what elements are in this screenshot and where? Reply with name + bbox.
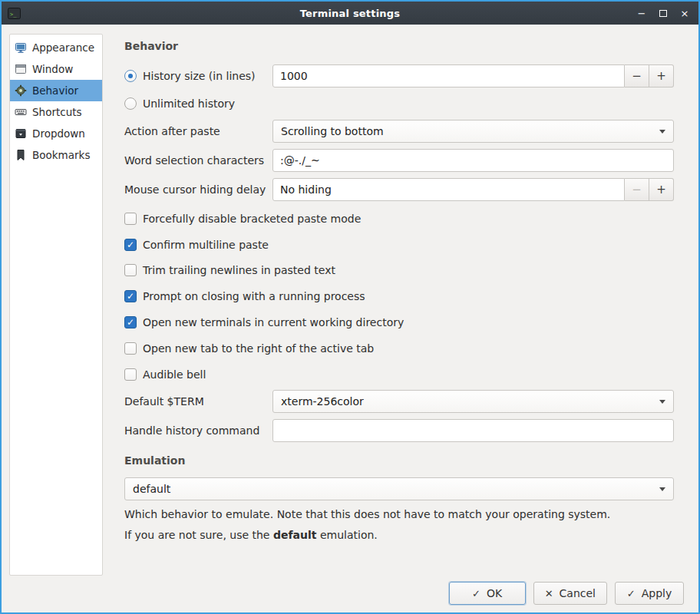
cross-icon: ✕ xyxy=(545,589,553,599)
checkbox-audible-bell[interactable] xyxy=(124,368,137,381)
handle-history-label: Handle history command xyxy=(124,424,259,437)
shortcuts-icon xyxy=(15,106,27,118)
sidebar-item-bookmarks[interactable]: Bookmarks xyxy=(10,144,102,166)
checkbox-trim-trailing-newlines[interactable] xyxy=(124,264,137,276)
apply-button[interactable]: ✓ Apply xyxy=(615,582,684,605)
emulation-heading: Emulation xyxy=(124,454,185,467)
window-icon xyxy=(15,63,27,75)
bookmarks-icon xyxy=(15,149,27,161)
apply-button-label: Apply xyxy=(642,587,672,599)
checkbox-label[interactable]: Confirm multiline paste xyxy=(143,239,269,251)
ok-button[interactable]: ✓ OK xyxy=(449,582,526,605)
history-size-label[interactable]: History size (in lines) xyxy=(143,70,256,82)
restore-button[interactable] xyxy=(659,8,668,18)
checkbox-label[interactable]: Prompt on closing with a running process xyxy=(143,290,365,302)
mouse-cursor-delay-spinbox: − + xyxy=(272,178,674,201)
sidebar-item-label: Bookmarks xyxy=(32,149,90,161)
cancel-button[interactable]: ✕ Cancel xyxy=(533,582,607,605)
word-selection-label: Word selection characters xyxy=(124,154,264,167)
check-icon: ✓ xyxy=(472,589,480,599)
default-term-combo[interactable]: xterm-256color xyxy=(272,390,674,413)
checkbox-row: Confirm multiline paste xyxy=(124,236,674,253)
sidebar-item-dropdown[interactable]: Dropdown xyxy=(10,123,102,144)
checkbox-row: Open new terminals in current working di… xyxy=(124,314,674,331)
action-after-paste-label: Action after paste xyxy=(124,125,220,137)
behavior-heading: Behavior xyxy=(124,40,178,52)
sidebar-item-label: Window xyxy=(32,63,73,75)
window-controls: − × xyxy=(637,8,698,18)
checkbox-open-in-cwd[interactable] xyxy=(124,316,137,328)
word-selection-row: Word selection characters xyxy=(124,149,674,172)
sidebar-item-behavior[interactable]: Behavior xyxy=(10,80,102,101)
appearance-icon xyxy=(15,41,27,54)
sidebar-item-appearance[interactable]: Appearance xyxy=(10,37,102,58)
checkbox-label[interactable]: Audible bell xyxy=(143,368,206,381)
mouse-cursor-delay-row: Mouse cursor hiding delay − + xyxy=(124,178,674,201)
behavior-icon xyxy=(15,84,27,97)
checkbox-prompt-on-closing[interactable] xyxy=(124,290,137,302)
checkbox-row: Forcefully disable bracketed paste mode xyxy=(124,210,674,227)
default-term-row: Default $TERM xterm-256color xyxy=(124,390,674,413)
history-size-increment-button[interactable]: + xyxy=(649,64,674,87)
sidebar-item-window[interactable]: Window xyxy=(10,58,102,80)
sidebar-item-label: Behavior xyxy=(32,84,78,97)
mouse-cursor-delay-label: Mouse cursor hiding delay xyxy=(124,183,266,196)
minimize-button[interactable]: − xyxy=(637,8,646,18)
terminal-settings-window: >_ Terminal settings − × Appearance xyxy=(0,0,700,614)
help-text: If you are not sure, use the xyxy=(124,529,273,541)
default-term-label: Default $TERM xyxy=(124,395,204,408)
action-after-paste-combo[interactable]: Scrolling to bottom xyxy=(272,120,674,143)
history-size-row: History size (in lines) − + xyxy=(124,64,674,87)
sidebar-item-label: Appearance xyxy=(32,41,94,54)
sidebar: Appearance Window xyxy=(9,34,103,576)
cancel-button-label: Cancel xyxy=(560,587,596,599)
check-icon: ✓ xyxy=(627,589,636,599)
history-size-spinbox: − + xyxy=(272,64,674,87)
unlimited-history-radio[interactable] xyxy=(124,97,137,110)
checkbox-label[interactable]: Open new terminals in current working di… xyxy=(143,316,404,328)
mouse-cursor-delay-increment-button[interactable]: + xyxy=(649,178,674,201)
window-title: Terminal settings xyxy=(2,8,698,19)
history-size-radio[interactable] xyxy=(124,70,137,82)
checkbox-row: Prompt on closing with a running process xyxy=(124,288,674,305)
handle-history-input[interactable] xyxy=(272,419,674,442)
sidebar-item-shortcuts[interactable]: Shortcuts xyxy=(10,101,102,123)
checkbox-row: Audible bell xyxy=(124,366,674,383)
handle-history-row: Handle history command xyxy=(124,419,674,442)
sidebar-item-label: Dropdown xyxy=(32,127,85,140)
checkbox-label[interactable]: Forcefully disable bracketed paste mode xyxy=(143,213,361,225)
help-text-bold: default xyxy=(273,529,317,541)
action-after-paste-value: Scrolling to bottom xyxy=(281,125,384,137)
checkbox-disable-bracketed-paste[interactable] xyxy=(124,213,137,225)
titlebar[interactable]: >_ Terminal settings − × xyxy=(2,2,698,25)
ok-button-label: OK xyxy=(487,587,502,599)
checkbox-row: Open new tab to the right of the active … xyxy=(124,340,674,357)
emulation-help-line2: If you are not sure, use the default emu… xyxy=(124,529,674,541)
unlimited-history-label[interactable]: Unlimited history xyxy=(143,97,235,110)
history-size-input[interactable] xyxy=(272,64,625,87)
unlimited-history-row: Unlimited history xyxy=(124,95,674,112)
checkbox-label[interactable]: Open new tab to the right of the active … xyxy=(143,342,374,355)
close-button[interactable]: × xyxy=(680,8,689,18)
emulation-help-line1: Which behavior to emulate. Note that thi… xyxy=(124,508,674,520)
action-after-paste-row: Action after paste Scrolling to bottom xyxy=(124,120,674,143)
emulation-value: default xyxy=(133,483,170,495)
default-term-value: xterm-256color xyxy=(281,395,364,408)
checkbox-confirm-multiline-paste[interactable] xyxy=(124,239,137,251)
history-size-decrement-button[interactable]: − xyxy=(625,64,649,87)
checkbox-row: Trim trailing newlines in pasted text xyxy=(124,262,674,279)
checkbox-label[interactable]: Trim trailing newlines in pasted text xyxy=(143,264,335,276)
emulation-combo[interactable]: default xyxy=(124,477,674,500)
dropdown-icon xyxy=(15,127,27,140)
help-text: emulation. xyxy=(316,529,377,541)
mouse-cursor-delay-decrement-button[interactable]: − xyxy=(625,178,649,201)
svg-text:>_: >_ xyxy=(10,11,17,17)
emulation-row: default xyxy=(124,477,674,500)
word-selection-input[interactable] xyxy=(272,149,674,172)
dialog-footer: ✓ OK ✕ Cancel ✓ Apply xyxy=(449,582,684,605)
sidebar-item-label: Shortcuts xyxy=(32,106,82,118)
checkbox-open-tab-right[interactable] xyxy=(124,342,137,355)
mouse-cursor-delay-input[interactable] xyxy=(272,178,625,201)
terminal-icon: >_ xyxy=(8,8,21,19)
